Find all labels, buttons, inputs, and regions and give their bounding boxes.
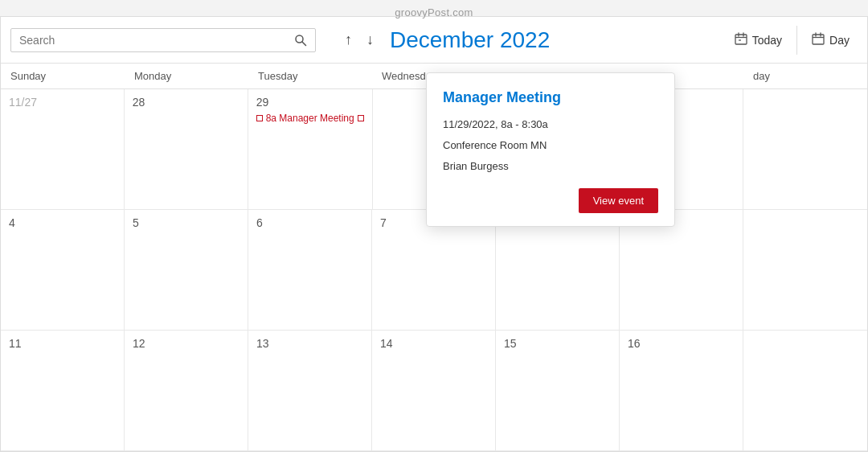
month-title: December 2022 [390, 27, 550, 53]
day-number: 6 [256, 216, 363, 229]
popup-datetime: 11/29/2022, 8a - 8:30a [443, 116, 658, 134]
event-label: 8a Manager Meeting [266, 113, 354, 124]
day-icon [812, 32, 825, 48]
day-cell-13: 13 [248, 331, 372, 450]
day-number: 29 [256, 96, 364, 109]
day-label: Day [829, 34, 850, 47]
search-input[interactable]: Search [19, 34, 294, 47]
day-header-sunday: Sunday [1, 64, 125, 88]
today-label: Today [752, 34, 782, 47]
day-header-saturday: day [743, 64, 867, 88]
calendar-header: Search ↑ ↓ December 2022 [1, 17, 867, 64]
day-cell-4: 4 [1, 210, 125, 330]
next-month-button[interactable]: ↓ [362, 28, 379, 51]
view-event-button[interactable]: View event [579, 188, 658, 213]
watermark: groovyPost.com [395, 6, 473, 18]
popup-organizer: Brian Burgess [443, 158, 658, 175]
prev-month-button[interactable]: ↑ [340, 28, 357, 51]
event-dot-icon [256, 115, 263, 121]
today-icon [735, 32, 747, 48]
down-arrow-icon: ↓ [366, 31, 374, 47]
day-cell-5: 5 [125, 210, 248, 330]
day-cell-8: 8 [496, 210, 620, 330]
today-button[interactable]: Today [727, 27, 790, 53]
day-cell-10 [743, 210, 867, 330]
day-header-tuesday: Tuesday [248, 64, 372, 88]
day-number: 14 [380, 337, 487, 350]
day-cell-29[interactable]: 29 8a Manager Meeting [248, 89, 373, 209]
day-cell-28: 28 [125, 89, 248, 209]
day-cell-7: 7 [372, 210, 496, 330]
popup-location: Conference Room MN [443, 137, 658, 154]
day-number: 11/27 [9, 96, 116, 109]
day-cell-15: 15 [496, 331, 620, 450]
week-row-3: 11 12 13 14 15 16 [1, 331, 867, 451]
day-header-monday: Monday [125, 64, 248, 88]
day-cell-16: 16 [620, 331, 743, 450]
day-cell-17 [743, 331, 867, 450]
search-box: Search [10, 28, 316, 52]
manager-meeting-event[interactable]: 8a Manager Meeting [256, 112, 364, 125]
day-cell-1127: 11/27 [1, 89, 125, 209]
day-number: 15 [504, 337, 611, 350]
day-number: 5 [133, 216, 240, 229]
day-cell-9: 9 [620, 210, 743, 330]
svg-line-1 [302, 42, 306, 46]
event-dot-end-icon [358, 115, 364, 121]
header-right: Today Day [727, 26, 858, 55]
day-number: 28 [133, 96, 240, 109]
day-number: 4 [9, 216, 116, 229]
day-cell-3 [743, 89, 867, 209]
day-cell-11: 11 [1, 331, 125, 450]
day-number: 11 [9, 337, 116, 350]
day-number: 12 [133, 337, 240, 350]
search-button[interactable] [294, 34, 307, 47]
day-view-button[interactable]: Day [804, 27, 858, 53]
event-popup: Manager Meeting 11/29/2022, 8a - 8:30a C… [426, 72, 675, 227]
popup-footer: View event [443, 188, 658, 213]
day-number: 16 [628, 337, 735, 350]
popup-title: Manager Meeting [443, 89, 658, 106]
nav-arrows: ↑ ↓ [340, 28, 379, 51]
day-cell-6: 6 [248, 210, 372, 330]
day-cell-12: 12 [125, 331, 248, 450]
svg-rect-2 [735, 35, 747, 44]
day-number: 13 [256, 337, 363, 350]
header-divider [796, 26, 797, 55]
svg-rect-7 [813, 35, 824, 44]
search-icon [294, 34, 307, 47]
up-arrow-icon: ↑ [345, 31, 352, 47]
week-row-2: 4 5 6 7 8 9 [1, 210, 867, 331]
day-cell-14: 14 [372, 331, 496, 450]
